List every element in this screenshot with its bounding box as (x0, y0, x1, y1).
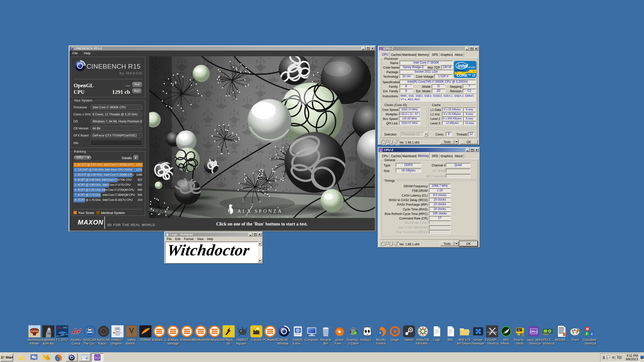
svg-text:CPU-Z: CPU-Z (95, 357, 100, 358)
svg-text:Z: Z (380, 149, 382, 152)
svg-text:C: C (591, 332, 593, 336)
svg-text:intel: intel (458, 63, 468, 69)
svg-text:X: X (247, 208, 251, 214)
svg-text:Z: Z (380, 47, 382, 50)
svg-text:SPONZA: SPONZA (255, 208, 283, 214)
svg-text:CORE™ i7: CORE™ i7 (457, 73, 475, 77)
svg-text:BIOSHOCK: BIOSHOCK (29, 330, 40, 332)
svg-text:CPU-Z: CPU-Z (530, 330, 538, 333)
svg-text:2012: 2012 (63, 327, 67, 329)
svg-text:F: F (586, 332, 588, 336)
svg-text:inside: inside (468, 66, 475, 69)
svg-text:F1: F1 (57, 326, 61, 330)
svg-text:®: ® (277, 207, 279, 209)
svg-text:46°: 46° (517, 329, 521, 331)
svg-text:AI: AI (237, 208, 246, 214)
svg-text:AI X SPONZA: AI X SPONZA (237, 215, 291, 218)
svg-text:PRECISION: PRECISION (487, 331, 497, 333)
svg-text:M: M (586, 327, 589, 331)
